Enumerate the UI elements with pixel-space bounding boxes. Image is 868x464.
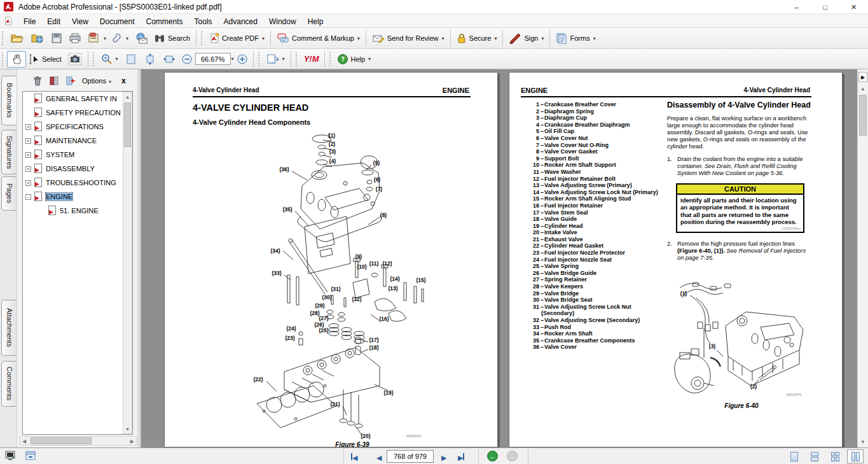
- chevron-down-icon: ▾: [126, 36, 128, 41]
- toolbar-grip[interactable]: [2, 31, 5, 45]
- tab-pages[interactable]: Pages: [1, 176, 17, 211]
- fit-width-button[interactable]: [160, 51, 179, 67]
- expand-icon[interactable]: +: [25, 180, 31, 186]
- scroll-up-icon[interactable]: ▲: [123, 92, 132, 100]
- help-button[interactable]: ? Help ▾: [334, 52, 374, 66]
- minimize-icon[interactable]: –: [782, 0, 811, 14]
- tab-bookmarks[interactable]: Bookmarks: [1, 76, 17, 125]
- menu-document[interactable]: Document: [94, 16, 141, 27]
- organizer-button[interactable]: ▾: [85, 31, 109, 46]
- toolbar-grip[interactable]: [296, 52, 299, 66]
- scroll-thumb[interactable]: [124, 102, 131, 147]
- zoom-in-button[interactable]: [234, 52, 251, 66]
- single-page-layout-button[interactable]: [786, 449, 803, 463]
- page-display-button[interactable]: ▾: [263, 52, 288, 67]
- scroll-down-icon[interactable]: ▼: [858, 439, 868, 445]
- open-button[interactable]: [7, 31, 27, 46]
- bookmark-item[interactable]: +SYSTEM: [23, 148, 132, 162]
- next-view-button[interactable]: →: [507, 451, 518, 461]
- send-for-review-button[interactable]: Send for Review ▾: [369, 31, 448, 46]
- tab-signatures[interactable]: Signatures: [1, 130, 17, 174]
- bookmark-item[interactable]: -ENGINE: [23, 190, 132, 204]
- scroll-thumb[interactable]: [859, 95, 867, 136]
- two-up-continuous-layout-button[interactable]: [847, 449, 864, 463]
- scroll-down-icon[interactable]: ▼: [123, 426, 132, 432]
- bookmarks-vscrollbar[interactable]: ▲ ▼: [123, 92, 132, 434]
- toolbar-grip[interactable]: [2, 52, 5, 66]
- bookmark-item[interactable]: +SPECIFICATIONS: [23, 120, 132, 134]
- menu-advanced[interactable]: Advanced: [218, 16, 263, 27]
- next-page-button[interactable]: ▶: [441, 451, 446, 463]
- bookmark-item[interactable]: 51. ENGINE: [23, 204, 132, 218]
- hand-tool-button[interactable]: [7, 51, 26, 67]
- secure-button[interactable]: Secure ▾: [453, 31, 500, 46]
- maximize-icon[interactable]: □: [811, 0, 839, 14]
- expand-icon[interactable]: +: [25, 166, 31, 172]
- bookmark-item[interactable]: GENERAL SAFETY IN: [23, 92, 132, 106]
- expand-icon[interactable]: +: [25, 152, 31, 158]
- zoom-level-field[interactable]: 66.67%: [195, 53, 231, 65]
- close-icon[interactable]: ✕: [839, 0, 868, 14]
- window-size-icon[interactable]: [25, 451, 36, 461]
- scroll-up-icon[interactable]: ▲: [858, 86, 868, 92]
- fit-page-button[interactable]: [141, 51, 160, 67]
- toolbar-grip[interactable]: [201, 31, 204, 45]
- snapshot-tool-button[interactable]: [65, 51, 85, 67]
- expand-icon[interactable]: +: [25, 124, 31, 130]
- collapse-icon[interactable]: -: [25, 194, 31, 200]
- menu-tools[interactable]: Tools: [189, 16, 218, 27]
- menu-file[interactable]: File: [18, 16, 41, 27]
- panel-close-icon[interactable]: x: [121, 76, 126, 85]
- menu-window[interactable]: Window: [263, 16, 302, 27]
- save-button[interactable]: [48, 31, 65, 46]
- previous-view-button[interactable]: ←: [487, 451, 498, 461]
- yahoo-messenger-button[interactable]: Y!M: [301, 52, 322, 66]
- bookmarks-hscrollbar[interactable]: ◀ ▶: [20, 436, 137, 446]
- open-web-button[interactable]: [27, 31, 48, 46]
- new-bookmark-icon[interactable]: [65, 76, 76, 86]
- select-tool-button[interactable]: Select: [26, 52, 65, 66]
- toolbar-grip[interactable]: [329, 52, 333, 66]
- actual-size-button[interactable]: [121, 51, 141, 67]
- first-page-button[interactable]: ◀: [351, 451, 357, 463]
- comment-markup-button[interactable]: Comment & Markup ▾: [273, 31, 363, 46]
- tab-comments[interactable]: Comments: [1, 361, 17, 407]
- scroll-right-icon[interactable]: ▶: [130, 439, 134, 444]
- collapse-panel-icon[interactable]: ▶: [858, 72, 867, 82]
- toolbar-grip[interactable]: [93, 52, 96, 66]
- create-pdf-button[interactable]: Create PDF ▾: [206, 31, 268, 46]
- options-menu-button[interactable]: Options ▾: [82, 77, 111, 85]
- document-vscrollbar[interactable]: ▶ ▲ ▼: [857, 69, 868, 447]
- page-number-field[interactable]: 768 of 979: [387, 450, 434, 463]
- bookmark-item[interactable]: SAFETY PRECAUTION: [23, 106, 132, 120]
- previous-page-button[interactable]: ◀: [376, 451, 382, 463]
- menu-view[interactable]: View: [66, 16, 94, 27]
- delete-bookmark-icon[interactable]: [32, 76, 43, 86]
- search-button[interactable]: Search: [151, 31, 193, 45]
- bookmark-item[interactable]: +MAINTENANCE: [23, 134, 132, 148]
- tab-attachments[interactable]: Attachments: [1, 300, 17, 356]
- two-up-layout-button[interactable]: [827, 449, 843, 463]
- reading-mode-icon[interactable]: [5, 451, 17, 461]
- scroll-left-icon[interactable]: ◀: [22, 439, 26, 444]
- print-button[interactable]: [65, 31, 85, 46]
- scroll-thumb[interactable]: [31, 437, 92, 444]
- zoom-tool-button[interactable]: ▾: [98, 52, 121, 67]
- sign-button[interactable]: Sign ▾: [506, 31, 547, 46]
- forms-button[interactable]: Forms ▾: [553, 31, 598, 46]
- last-page-button[interactable]: ▶: [458, 451, 464, 463]
- menu-edit[interactable]: Edit: [41, 16, 66, 27]
- bookmark-item[interactable]: +TROUBLESHOOTING: [23, 176, 132, 190]
- pen-icon: [509, 32, 521, 44]
- zoom-out-button[interactable]: [179, 52, 195, 66]
- menu-help[interactable]: Help: [302, 16, 329, 27]
- expand-icon[interactable]: +: [25, 138, 31, 144]
- expand-bookmark-icon[interactable]: [49, 76, 59, 86]
- toolbar-grip[interactable]: [258, 52, 261, 66]
- menu-comments[interactable]: Comments: [141, 16, 189, 27]
- attach-button[interactable]: ▾: [109, 31, 132, 46]
- bookmark-item[interactable]: +DISASSEMBLY: [23, 162, 132, 176]
- continuous-layout-button[interactable]: [806, 449, 823, 463]
- pdf-bookmark-icon: [34, 164, 43, 174]
- email-button[interactable]: [132, 31, 151, 46]
